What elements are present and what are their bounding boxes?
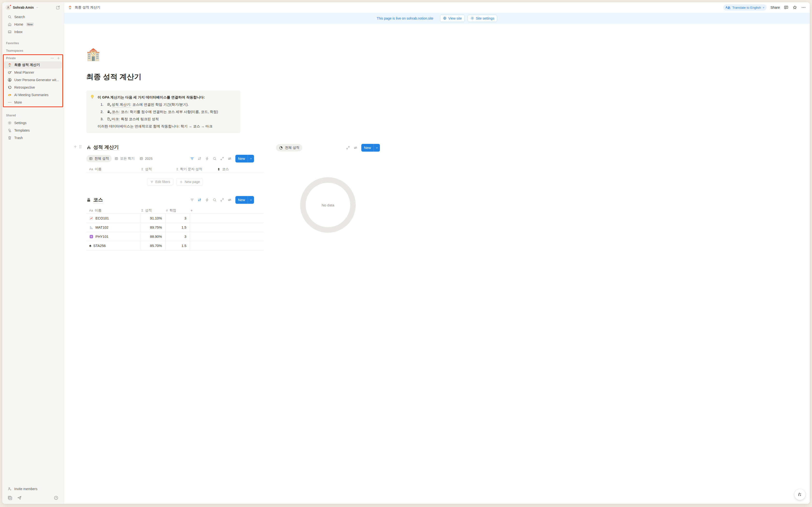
lightbulb-emoji [89, 94, 95, 100]
table-row-phy101[interactable]: PHY101 88.90% 3 [86, 232, 264, 241]
expand-icon[interactable] [346, 146, 350, 150]
mention-grade-calculator[interactable]: 성적 계산기: [107, 102, 131, 107]
spade-emoji: ♠ [89, 243, 91, 248]
tab-all-semesters[interactable]: 모든 학기 [113, 155, 137, 162]
grade-calculator-section: 성적 계산기 전체 성적 모든 학기 [86, 144, 264, 250]
new-dropdown-caret[interactable] [248, 155, 254, 163]
linked-db-title[interactable]: 코스 [93, 196, 103, 203]
add-column-button[interactable]: + [190, 208, 264, 213]
sort-icon[interactable] [197, 198, 202, 202]
pie-chart-icon [279, 146, 283, 150]
workspace-avatar [6, 5, 11, 10]
workspace-switcher[interactable]: Sohrab Amin [4, 4, 62, 11]
view-tabs: 전체 성적 모든 학기 2025 [86, 155, 154, 162]
column-name[interactable]: Aa이름 [86, 208, 141, 213]
mention-courses[interactable]: 코스: [107, 109, 120, 115]
new-dropdown-caret[interactable] [373, 144, 380, 152]
edit-filters-button[interactable]: Edit filters [147, 178, 173, 185]
new-row-button[interactable]: New [361, 144, 380, 152]
table-row-eco101[interactable]: ECO101 91.10% 3 [86, 214, 264, 223]
favorites-section-label[interactable]: Favorites [6, 42, 64, 45]
stack-icon [86, 198, 91, 202]
page-emoji-school[interactable] [86, 48, 100, 62]
sidebar-item-inbox[interactable]: Inbox [4, 28, 62, 36]
school-mono-icon [86, 145, 91, 150]
filter-icon[interactable] [190, 157, 194, 161]
callout-block[interactable]: 이 GPA 계산기는 다음 세 가지 데이터베이스를 연결하여 작동합니다: 1… [86, 91, 241, 133]
table-view-icon [114, 157, 118, 161]
sort-icon[interactable] [197, 157, 202, 161]
sidebar-item-more[interactable]: More [4, 99, 62, 106]
chart-view-pill[interactable]: 전체 성적 [276, 144, 302, 151]
callout-footer: 이러한 데이터베이스는 연쇄적으로 함께 작동합니다: 학기 → 코스 → 마크 [98, 123, 218, 130]
private-section: Private 최종 성적 계산기 Meal Planner User Pers… [2, 55, 64, 107]
teamspaces-section-label[interactable]: Teamspaces [6, 49, 64, 52]
no-data-label: No data [322, 203, 335, 207]
linked-db-title[interactable]: 성적 계산기 [93, 144, 119, 151]
compose-icon[interactable] [56, 5, 60, 10]
column-grade[interactable]: Σ성적 [141, 167, 176, 171]
ellipsis-icon [7, 100, 12, 105]
school-emoji [7, 63, 12, 67]
table-row-sta256[interactable]: ♠ STA256 85.70% 1.5 [86, 241, 264, 250]
table-view-icon [89, 157, 93, 161]
more-icon[interactable] [50, 56, 54, 60]
sidebar-item-ai-meeting-summaries[interactable]: AI Meeting Summaries [4, 91, 62, 99]
page-title[interactable]: 최종 성적 계산기 [86, 72, 406, 82]
tab-all-grades[interactable]: 전체 성적 [86, 155, 112, 162]
add-page-icon[interactable] [57, 56, 60, 60]
banner-message: This page is live on sohrab.notion.site [377, 16, 406, 20]
workspace-name: Sohrab Amin [13, 6, 34, 9]
shared-section-label[interactable]: Shared [6, 114, 64, 117]
sidebar-item-trash[interactable]: Trash [4, 134, 62, 142]
shapes-icon [7, 128, 12, 132]
page-content: 최종 성적 계산기 이 GPA 계산기는 다음 세 가지 데이터베이스를 연결하… [64, 24, 406, 253]
sidebar-item-meal-planner[interactable]: Meal Planner [4, 69, 62, 76]
chevron-down-icon [36, 6, 39, 9]
sidebar-item-templates[interactable]: Templates [4, 127, 62, 134]
sidebar-item-grade-calculator[interactable]: 최종 성적 계산기 [4, 61, 62, 68]
column-name[interactable]: Aa이름 [86, 167, 141, 171]
search-icon[interactable] [212, 157, 217, 161]
view-options-icon[interactable] [227, 198, 232, 202]
filter-lines-icon [150, 180, 154, 184]
drag-handle-icon[interactable] [79, 145, 82, 149]
courses-section-header: 코스 New [86, 196, 264, 204]
breadcrumb-title[interactable]: 최종 성적 계산기 [75, 5, 100, 10]
add-block-icon[interactable] [73, 145, 77, 149]
new-page-button[interactable]: New page [176, 178, 203, 185]
user-circle-icon [7, 78, 12, 82]
gear-icon [7, 121, 12, 125]
column-grade[interactable]: Σ성적 [141, 208, 165, 213]
search-icon[interactable] [212, 198, 217, 202]
new-dropdown-caret[interactable] [248, 196, 254, 204]
topbar: 최종 성적 계산기 Aあ Translate to English × Shar… [64, 2, 406, 13]
mention-marks[interactable]: A+ 마크: [107, 116, 120, 122]
view-options-icon[interactable] [227, 157, 232, 161]
sidebar-item-settings[interactable]: Settings [4, 119, 62, 126]
new-row-button[interactable]: New [236, 155, 254, 163]
expand-icon[interactable] [220, 198, 224, 202]
column-course[interactable]: 코스 [216, 167, 264, 171]
trash-icon [7, 136, 12, 140]
filter-icon[interactable] [190, 198, 194, 202]
sidebar-item-user-persona[interactable]: User Persona Generator wit... [4, 76, 62, 83]
private-section-header[interactable]: Private [2, 55, 64, 61]
new-row-button[interactable]: New [236, 196, 254, 204]
table-row-mat102[interactable]: MAT102 89.75% 1.5 [86, 223, 264, 232]
tab-2025[interactable]: 2025 [138, 155, 154, 162]
expand-icon[interactable] [220, 157, 224, 161]
undo-icon [7, 85, 12, 90]
sidebar-item-search[interactable]: Search [4, 13, 62, 20]
view-options-icon[interactable] [353, 146, 358, 150]
automations-icon[interactable] [205, 157, 209, 161]
sidebar-item-retrospective[interactable]: Retrospective [4, 84, 62, 91]
automations-icon[interactable] [205, 198, 209, 202]
column-semester-letter-grade[interactable]: Σ학기 문자 성적 [176, 167, 216, 171]
sidebar-item-home[interactable]: Home New [4, 21, 62, 28]
plus-icon [179, 180, 183, 184]
column-credits[interactable]: #학점 [165, 208, 190, 213]
frying-pan-emoji [7, 70, 12, 74]
sidebar: Sohrab Amin Search Home New Inbox Favori… [2, 2, 64, 253]
inbox-icon [7, 30, 12, 34]
